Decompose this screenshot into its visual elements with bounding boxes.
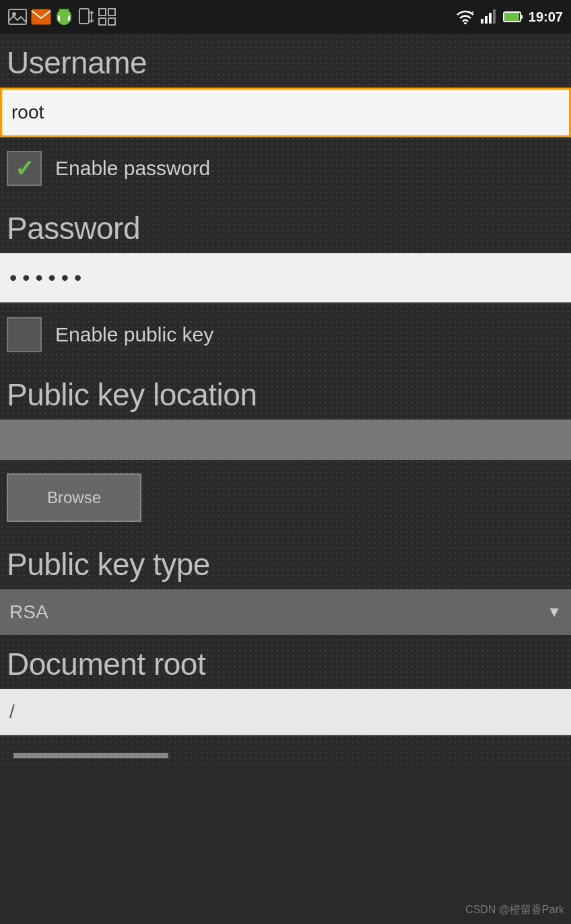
battery-icon <box>503 11 523 23</box>
status-icons-right: 19:07 <box>456 9 563 25</box>
enable-password-label: Enable password <box>55 157 210 180</box>
svg-rect-13 <box>99 18 106 25</box>
svg-rect-18 <box>489 13 492 24</box>
image-icon <box>8 9 27 25</box>
public-key-type-value: RSA <box>9 601 48 623</box>
status-bar: 19:07 <box>0 0 571 34</box>
password-section: Password •••••• <box>0 199 571 302</box>
enable-public-key-checkbox[interactable] <box>7 317 42 352</box>
enable-public-key-row[interactable]: Enable public key <box>0 304 571 366</box>
svg-rect-2 <box>32 9 51 24</box>
svg-rect-17 <box>485 16 488 24</box>
username-input[interactable] <box>0 88 571 137</box>
svg-rect-16 <box>481 19 483 24</box>
svg-rect-21 <box>520 15 523 19</box>
svg-rect-22 <box>504 13 519 21</box>
document-root-label: Document root <box>0 635 571 689</box>
username-section: Username <box>0 34 571 137</box>
svg-rect-12 <box>108 9 115 15</box>
svg-rect-11 <box>99 9 106 15</box>
svg-rect-19 <box>493 9 496 24</box>
svg-rect-6 <box>60 13 68 21</box>
public-key-type-label: Public key type <box>0 535 571 589</box>
watermark: CSDN @橙留香Park <box>465 903 564 917</box>
email-icon <box>31 9 51 25</box>
public-key-type-dropdown[interactable]: RSA ▼ <box>0 589 571 635</box>
password-input[interactable]: •••••• <box>0 253 571 302</box>
wifi-icon <box>456 9 475 24</box>
document-root-input[interactable] <box>0 689 571 735</box>
signal-icon <box>480 9 498 24</box>
phone-icon <box>77 8 94 26</box>
status-time: 19:07 <box>529 9 563 25</box>
grid-icon <box>98 8 116 26</box>
svg-rect-0 <box>9 9 26 24</box>
svg-point-15 <box>464 22 467 24</box>
enable-password-checkbox[interactable]: ✓ <box>7 151 42 186</box>
document-root-section: Document root <box>0 635 571 735</box>
svg-rect-9 <box>79 9 89 24</box>
svg-rect-14 <box>108 18 115 25</box>
public-key-location-input[interactable] <box>0 420 571 460</box>
main-content: Username ✓ Enable password Password ••••… <box>0 34 571 769</box>
scroll-indicator <box>13 753 168 758</box>
browse-button[interactable]: Browse <box>7 473 141 522</box>
password-label: Password <box>0 199 571 253</box>
android-icon <box>55 7 73 26</box>
checkmark-icon: ✓ <box>15 157 34 180</box>
status-icons-left <box>8 7 116 26</box>
public-key-type-section: Public key type RSA ▼ <box>0 535 571 635</box>
scroll-indicator-container <box>0 735 571 769</box>
chevron-down-icon: ▼ <box>547 603 562 621</box>
svg-point-1 <box>12 12 16 16</box>
public-key-location-section: Public key location Browse <box>0 366 571 535</box>
enable-password-row[interactable]: ✓ Enable password <box>0 137 571 199</box>
enable-public-key-label: Enable public key <box>55 323 213 346</box>
username-label: Username <box>0 34 571 88</box>
public-key-location-label: Public key location <box>0 366 571 420</box>
